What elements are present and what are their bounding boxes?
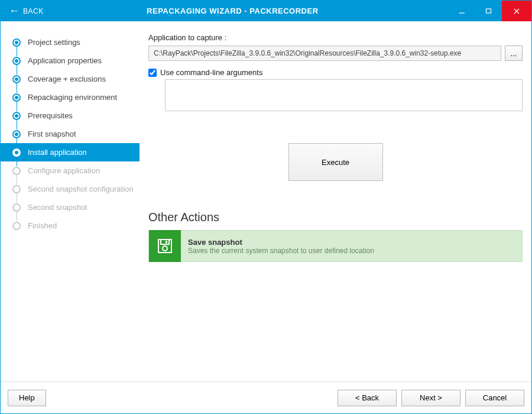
use-args-row[interactable]: Use command-line arguments — [148, 68, 523, 77]
step-label: First snapshot — [28, 130, 76, 138]
svg-rect-1 — [486, 9, 491, 13]
sidebar-step-4[interactable]: Prerequisites — [1, 106, 140, 125]
step-label: Application properties — [28, 56, 102, 65]
minimize-button[interactable] — [449, 1, 475, 21]
step-connector — [17, 119, 17, 130]
step-dot-icon — [12, 222, 21, 230]
step-dot-icon — [12, 112, 21, 120]
save-icon — [149, 230, 181, 262]
capture-label: Application to capture : — [148, 33, 523, 42]
step-dot-icon — [12, 203, 21, 212]
sidebar-step-2[interactable]: Coverage + exclusions — [1, 70, 140, 88]
step-dot-icon — [12, 148, 21, 157]
step-label: Project settings — [28, 38, 80, 47]
sidebar-step-0[interactable]: Project settings — [1, 33, 140, 51]
help-button[interactable]: Help — [8, 390, 46, 406]
step-dot-icon — [12, 75, 21, 83]
svg-rect-6 — [166, 241, 167, 243]
back-button[interactable]: ← BACK — [1, 1, 52, 21]
svg-point-7 — [163, 246, 167, 251]
back-nav-button[interactable]: < Back — [338, 390, 397, 406]
arrow-left-icon: ← — [9, 5, 20, 17]
sidebar-step-6[interactable]: Install application — [1, 143, 140, 161]
sidebar-step-5[interactable]: First snapshot — [1, 125, 140, 143]
step-dot-icon — [12, 38, 21, 47]
sidebar-step-10: Finished — [1, 216, 140, 235]
step-connector — [17, 193, 17, 203]
step-dot-icon — [12, 93, 21, 102]
step-label: Prerequisites — [28, 111, 73, 120]
maximize-icon — [485, 8, 492, 14]
sidebar-step-8: Second snapshot configuration — [1, 180, 140, 198]
step-label: Configure application — [28, 166, 100, 175]
minimize-icon — [459, 8, 465, 14]
footer: Help < Back Next > Cancel — [1, 381, 531, 413]
capture-path-input[interactable] — [148, 46, 501, 61]
use-args-label: Use command-line arguments — [160, 68, 262, 77]
step-connector — [17, 83, 17, 93]
wizard-sidebar: Project settingsApplication propertiesCo… — [1, 21, 140, 381]
close-icon — [513, 8, 520, 15]
step-connector — [17, 156, 17, 166]
step-dot-icon — [12, 167, 21, 175]
close-button[interactable] — [502, 1, 531, 21]
step-dot-icon — [12, 57, 21, 65]
sidebar-step-9: Second snapshot — [1, 198, 140, 216]
execute-button[interactable]: Execute — [288, 143, 383, 181]
step-label: Coverage + exclusions — [28, 75, 106, 83]
step-label: Finished — [28, 221, 57, 230]
back-label: BACK — [23, 7, 44, 15]
step-dot-icon — [12, 185, 21, 193]
use-args-checkbox[interactable] — [148, 69, 157, 77]
step-connector — [17, 46, 17, 56]
window-controls — [449, 1, 531, 21]
wizard-window: ← BACK REPACKAGING WIZARD - PACKRECORDER… — [0, 0, 532, 414]
other-actions-heading: Other Actions — [148, 211, 523, 224]
step-label: Repackaging environment — [28, 93, 117, 102]
svg-rect-5 — [161, 240, 169, 244]
maximize-button[interactable] — [475, 1, 502, 21]
step-connector — [17, 138, 17, 148]
step-connector — [17, 64, 17, 75]
window-title: REPACKAGING WIZARD - PACKRECORDER — [52, 7, 449, 15]
cancel-button[interactable]: Cancel — [465, 390, 524, 406]
step-connector — [17, 211, 17, 221]
args-textarea[interactable] — [165, 79, 523, 111]
main-panel: Application to capture : ... Use command… — [140, 21, 531, 381]
sidebar-step-7: Configure application — [1, 161, 140, 180]
sidebar-step-1[interactable]: Application properties — [1, 51, 140, 70]
step-connector — [17, 101, 17, 111]
save-snapshot-card[interactable]: Save snapshot Saves the current system s… — [148, 230, 523, 262]
step-label: Install application — [28, 148, 87, 157]
save-snapshot-desc: Saves the current system snapshot to use… — [188, 247, 374, 255]
browse-button[interactable]: ... — [505, 46, 523, 61]
sidebar-step-3[interactable]: Repackaging environment — [1, 88, 140, 106]
step-label: Second snapshot — [28, 203, 87, 212]
save-snapshot-title: Save snapshot — [188, 238, 374, 247]
next-nav-button[interactable]: Next > — [401, 390, 460, 406]
step-connector — [17, 174, 17, 185]
step-dot-icon — [12, 130, 21, 138]
step-label: Second snapshot configuration — [28, 185, 134, 193]
titlebar: ← BACK REPACKAGING WIZARD - PACKRECORDER — [1, 1, 531, 21]
